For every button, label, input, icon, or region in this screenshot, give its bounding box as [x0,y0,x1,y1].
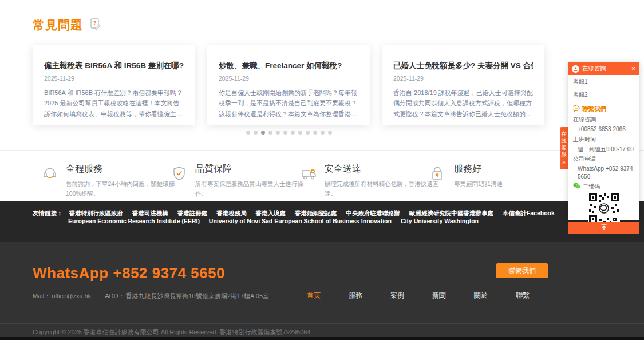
chat-phone-value: WhatsApp +852 9374 5650 [578,165,634,180]
chat-widget-panel: 在線咨詢 × 客服1 客服2 聯繫我們 在線咨詢 +00852 6653 206… [568,62,639,220]
truck-icon [301,163,318,201]
pagination-dot-active[interactable] [261,131,265,135]
faq-card-date: 2025-11-29 [393,75,533,82]
chat-online-phone: +00852 6653 2066 [578,125,634,133]
feature-title: 安全送達 [325,163,439,175]
feature-desc: 所有專案保證服務品質由專業人士進行操作。 [195,179,310,199]
chevrons-right-icon: » [560,159,568,167]
friendly-link[interactable]: University of Novi Sad European School o… [209,217,392,225]
friendly-links-label: 友情鏈接： [33,209,63,216]
agent-avatar-icon [572,65,579,73]
feature-desc: 辦理完成後所有材料精心包裝，香港快遞直達。 [325,179,439,199]
footer: WhatsApp +852 9374 5650 Mail：office@zxa.… [0,242,644,337]
agent-item-2[interactable]: 客服2 [568,88,639,101]
faq-question-doc-icon: ? [89,18,101,33]
faq-card[interactable]: 僱主報稅表 BIR56A 和 IR56B 差別在哪? 2025-11-29 BI… [33,45,195,125]
pagination-dot[interactable] [313,131,317,135]
pagination-dot[interactable] [268,131,272,135]
faq-card-date: 2025-11-29 [44,75,184,82]
faq-card-title: 已婚人士免稅額是多少? 夫妻分開 VS 合併報稅? [393,61,533,71]
arrow-up-to-line-icon [600,224,607,232]
pagination-dot[interactable] [298,131,302,135]
faq-card[interactable]: 炒散、兼職、Freelancer 如何報稅? 2025-11-29 你是自僱人士… [207,45,370,125]
pagination-dot[interactable] [246,131,250,135]
feature-desc: 售前諮詢，下單24小時內回應，關鍵環節100%提醒。 [66,179,180,199]
chat-bubble-icon [573,105,580,113]
page: 常見問題 ? 僱主報稅表 BIR56A 和 IR56B 差別在哪? 2025-1… [0,0,644,340]
feature-title: 品質保障 [195,163,310,175]
friendly-link[interactable]: 香港入境處 [256,209,286,217]
faq-card-excerpt: 香港自 2018/19 課稅年度起，已婚人士可選擇與配偶分開或共同以個人入息課稅… [393,88,533,119]
feature-quality: 品質保障 所有專案保證服務品質由專業人士進行操作。 [171,163,301,201]
friendly-link[interactable]: 香港註冊處 [177,209,208,217]
faq-card[interactable]: 已婚人士免稅額是多少? 夫妻分開 VS 合併報稅? 2025-11-29 香港自… [382,45,544,125]
faq-card-date: 2025-11-29 [219,75,358,82]
shield-check-icon [171,163,188,201]
footer-mail-value: office@zxa.hk [52,292,91,299]
faq-card-list: 僱主報稅表 BIR56A 和 IR56B 差別在哪? 2025-11-29 BI… [33,45,544,125]
pagination-dot[interactable] [328,131,332,135]
faq-card-excerpt: BIR56A 和 IR56B 有什麼差別？兩個都要申報嗎？ 2025 最新公司幫… [44,88,184,119]
feature-full-service: 全程服務 售前諮詢，下單24小時內回應，關鍵環節100%提醒。 [42,163,171,201]
chat-contact-title: 聯繫我們 [582,105,606,113]
wechat-icon [573,183,580,191]
headset-icon [42,163,59,201]
footer-nav-services[interactable]: 服務 [349,291,362,301]
faq-card-excerpt: 你是自僱人士或剛開始創業的新手老闆嗎？每年報稅季一到，是不是搞不清楚自己到底要不… [219,88,358,119]
footer-nav-news[interactable]: 新聞 [432,291,446,301]
pagination-dot[interactable] [254,131,258,135]
friendly-link[interactable]: European Economic Research Institute (EE… [68,217,200,225]
close-icon[interactable]: × [631,65,635,72]
friendly-links-bar: 友情鏈接： 香港特別行政區政府 香港司法機構 香港註冊處 香港稅務局 香港入境處… [0,201,644,242]
footer-nav: 首页 服務 案例 新聞 關於 聯繫 [307,291,530,301]
friendly-link[interactable]: 卓信會計Facebook [503,209,555,217]
feature-title: 服務好 [454,163,568,175]
pagination-dot[interactable] [276,131,280,135]
chat-phone-label: 公司电话 [573,155,634,163]
faq-card-title: 炒散、兼職、Freelancer 如何報稅? [219,61,358,71]
copyright-text: Copyright © 2025 香港卓信會計服務有限公司 All Rights… [0,323,644,337]
carousel-pagination [0,131,578,135]
feature-desc: 專業顧問1對1溝通 [454,179,568,189]
friendly-link[interactable]: 中央政府駐港聯絡辦 [346,209,400,217]
chat-hours-value: 週一到週五9:00-17:00 [578,145,634,153]
pagination-dot[interactable] [291,131,295,135]
footer-whatsapp: WhatsApp +852 9374 5650 [33,264,225,282]
footer-add-value: 香港九龍長沙灣長裕街10號億京廣場2期17樓A 05室 [125,292,269,299]
friendly-link[interactable]: City University Washington [401,217,479,225]
back-to-top-button[interactable] [568,222,639,234]
footer-nav-cases[interactable]: 案例 [390,291,404,301]
lock-icon [430,163,447,201]
friendly-link[interactable]: 歐洲經濟研究院中國香港辦事處 [409,209,493,217]
friendly-link[interactable]: 香港司法機構 [132,209,168,217]
faq-section: 常見問題 ? 僱主報稅表 BIR56A 和 IR56B 差別在哪? 2025-1… [0,0,644,125]
footer-mail-label: Mail： [33,292,50,299]
qr-code [573,192,634,224]
feature-title: 全程服務 [66,163,180,175]
chat-widget-title: 在線咨詢 [582,65,629,73]
friendly-link[interactable]: 香港婚姻登記處 [295,209,337,217]
footer-nav-contact[interactable]: 聯繫 [516,291,530,301]
faq-section-title: 常見問題 [33,17,83,33]
svg-text:?: ? [93,20,97,26]
agent-item-1[interactable]: 客服1 [568,75,639,88]
online-service-tab[interactable]: 在线客服 » [560,127,568,169]
chat-online-label: 在線咨詢 [573,116,634,124]
footer-nav-home[interactable]: 首页 [307,291,321,301]
feature-delivery: 安全送達 辦理完成後所有材料精心包裝，香港快遞直達。 [301,163,430,201]
features-section: 全程服務 售前諮詢，下單24小時內回應，關鍵環節100%提醒。 品質保障 所有專… [0,150,644,201]
footer-add-label: ADD： [105,292,124,299]
pagination-dot[interactable] [321,131,325,135]
footer-nav-about[interactable]: 關於 [474,291,488,301]
feature-service: 服務好 專業顧問1對1溝通 [430,163,559,201]
friendly-link[interactable]: 香港稅務局 [216,209,247,217]
chat-hours-label: 上班时间 [573,136,634,144]
pagination-dot[interactable] [283,131,287,135]
online-service-tab-label: 在线客服 [561,131,567,157]
bottom-strip [0,337,644,340]
contact-us-button[interactable]: 聯繫我們 [496,263,548,278]
chat-qr-label: 二维码 [583,183,600,191]
pagination-dot[interactable] [306,131,310,135]
faq-card-title: 僱主報稅表 BIR56A 和 IR56B 差別在哪? [44,61,184,71]
friendly-link[interactable]: 香港特別行政區政府 [69,209,123,217]
